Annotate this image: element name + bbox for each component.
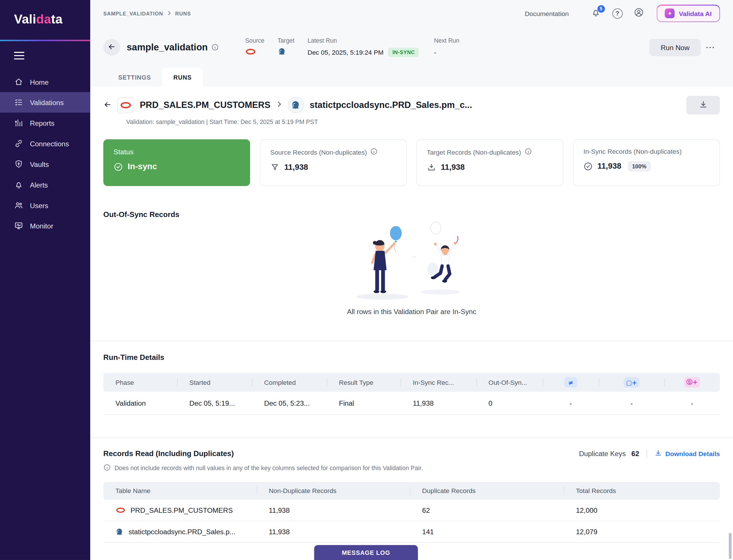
tab-settings[interactable]: SETTINGS [107, 68, 162, 86]
sidebar-item-connections[interactable]: Connections [0, 133, 90, 154]
runtime-table-row: Validation Dec 05, 5:19... Dec 05, 5:23.… [103, 392, 720, 415]
sidebar-item-home[interactable]: Home [0, 72, 90, 92]
column-not-equal: ≠ [543, 373, 599, 392]
target-table-name: statictpccloadsync.PRD_Sales.pm_c... [310, 100, 472, 110]
logo-accent-text: da [36, 12, 51, 26]
target-records-value: 11,938 [441, 163, 465, 172]
source-meta: Source [245, 37, 264, 58]
column-insync-records: In-Sync Rec... [401, 373, 476, 392]
message-log-button[interactable]: MESSAGE LOG [314, 545, 418, 560]
cell-result-type: Final [327, 392, 401, 415]
vertical-divider [647, 449, 647, 458]
sidebar-collapse-button[interactable] [0, 41, 90, 68]
column-target-extra: ▢+ [599, 373, 664, 392]
sidebar-item-reports[interactable]: Reports [0, 113, 90, 133]
user-avatar-icon [634, 7, 644, 19]
info-icon[interactable] [370, 148, 378, 157]
out-of-sync-empty-message: All rows in this Validation Pair are In-… [347, 307, 476, 316]
pair-subtitle: Validation: sample_validation | Start Ti… [90, 115, 733, 125]
next-run-value: - [434, 49, 436, 56]
total-cell: 12,000 [564, 500, 720, 520]
sidebar-item-vaults[interactable]: Vaults [0, 154, 90, 174]
status-badge: IN-SYNC [388, 48, 419, 57]
tab-bar: SETTINGS RUNS [90, 68, 733, 86]
out-of-sync-section: Out-Of-Sync Records [90, 186, 733, 341]
column-total: Total Records [564, 482, 720, 500]
column-completed: Completed [252, 373, 327, 392]
check-circle-icon [114, 162, 123, 171]
app-window: Validata Home Validations Reports Connec… [0, 0, 733, 560]
sidebar-item-monitor[interactable]: Monitor [0, 216, 90, 236]
topbar: SAMPLE_VALIDATION RUNS Documentation 5 ? [90, 0, 733, 27]
status-value: In-sync [128, 162, 157, 171]
postgres-icon [288, 97, 304, 113]
breadcrumb-item-validation[interactable]: SAMPLE_VALIDATION [103, 11, 163, 16]
postgres-icon [115, 527, 124, 536]
info-icon[interactable] [524, 148, 532, 157]
download-icon [655, 449, 662, 458]
column-table-name: Table Name [103, 482, 257, 500]
insync-percent-badge: 100% [628, 161, 651, 171]
info-icon[interactable] [212, 44, 219, 51]
non-dup-cell: 11,938 [257, 500, 410, 520]
scrollbar-thumb[interactable] [729, 533, 732, 559]
column-result-type: Result Type [327, 373, 401, 392]
sidebar-item-alerts[interactable]: Alerts [0, 174, 90, 195]
question-icon: ? [612, 8, 622, 19]
target-records-card: Target Records (Non-duplicates) 11,938 [417, 139, 563, 186]
breadcrumb-item-runs[interactable]: RUNS [175, 11, 191, 16]
monitor-icon [14, 221, 23, 230]
status-card: Status In-sync [103, 139, 250, 186]
bell-icon [14, 180, 23, 190]
shield-icon [14, 159, 23, 169]
records-read-actions: Duplicate Keys 62 Download Details [579, 449, 720, 458]
cell-insync: 11,938 [401, 392, 476, 415]
cell-outofsync: 0 [476, 392, 543, 415]
insync-records-value: 11,938 [598, 162, 621, 171]
more-options-button[interactable]: ⋯ [701, 42, 720, 53]
chevron-right-icon [167, 11, 171, 16]
column-non-duplicate: Non-Duplicate Records [257, 482, 410, 500]
column-source-extra: Ⓢ+ [664, 373, 720, 392]
connections-icon [14, 139, 23, 148]
source-records-card: Source Records (Non-duplicates) 11,938 [260, 139, 407, 186]
runtime-details-section: Run-Time Details Phase Started Completed… [90, 341, 733, 438]
logo-divider [0, 40, 90, 41]
non-dup-cell: 11,938 [257, 521, 410, 542]
tab-runs[interactable]: RUNS [162, 68, 203, 86]
column-outofsync-records: Out-Of-Syn... [476, 373, 543, 392]
records-read-title: Records Read (Including Duplicates) [103, 449, 234, 458]
hamburger-icon [14, 54, 24, 61]
main-area: SAMPLE_VALIDATION RUNS Documentation 5 ? [90, 0, 733, 560]
sidebar-item-users[interactable]: Users [0, 195, 90, 216]
validata-ai-button[interactable]: ✦ Validata AI [657, 5, 720, 22]
sidebar-item-validations[interactable]: Validations [0, 92, 90, 113]
download-details-link[interactable]: Download Details [655, 449, 720, 458]
records-read-table: Table Name Non-Duplicate Records Duplica… [103, 482, 720, 543]
sidebar-nav: Home Validations Reports Connections Vau… [0, 72, 90, 236]
latest-run-value: Dec 05, 2025, 5:19:24 PM [308, 49, 384, 56]
validations-icon [14, 98, 23, 107]
account-button[interactable] [632, 7, 645, 20]
notifications-button[interactable]: 5 [589, 7, 602, 20]
table-row: PRD_SALES.PM_CUSTOMERS 11,938 62 12,000 [103, 500, 720, 521]
celebration-illustration [348, 220, 475, 305]
postgres-icon [277, 47, 286, 58]
home-icon [14, 77, 23, 86]
back-button[interactable] [103, 39, 120, 56]
pair-back-button[interactable] [103, 100, 112, 110]
help-button[interactable]: ? [611, 7, 624, 20]
source-extra-icon: Ⓢ+ [684, 377, 700, 388]
runtime-table: Phase Started Completed Result Type In-S… [103, 373, 720, 415]
cell-source-extra: - [664, 392, 720, 415]
out-of-sync-title: Out-Of-Sync Records [103, 210, 720, 219]
run-now-button[interactable]: Run Now [649, 39, 701, 56]
arrow-left-icon [103, 100, 112, 110]
runtime-details-title: Run-Time Details [103, 353, 720, 362]
source-records-value: 11,938 [284, 163, 308, 172]
documentation-link[interactable]: Documentation [525, 9, 569, 17]
total-cell: 12,079 [564, 521, 720, 542]
download-button[interactable] [686, 96, 720, 115]
dup-cell: 141 [410, 521, 564, 542]
sidebar: Validata Home Validations Reports Connec… [0, 0, 90, 560]
